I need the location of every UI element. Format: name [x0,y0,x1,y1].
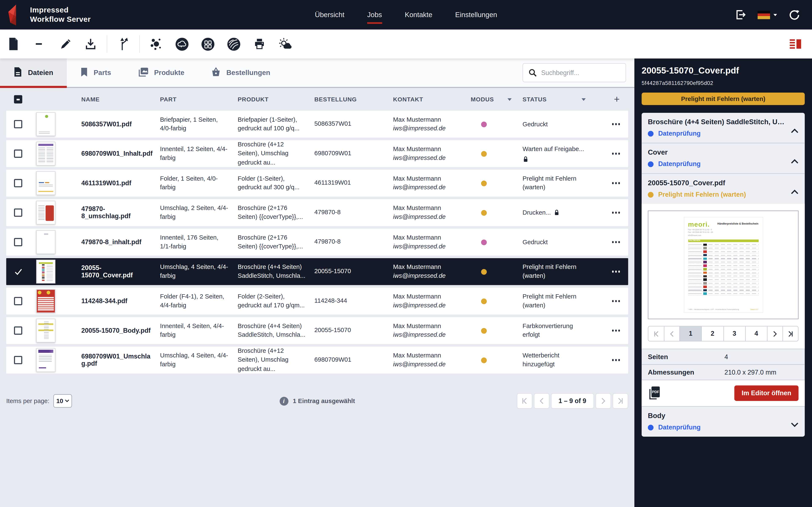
last-page-button[interactable] [613,393,628,408]
row-checkbox[interactable] [14,268,22,276]
split-arrows-icon[interactable] [110,34,136,54]
cell-name: 114248-344.pdf [81,297,160,304]
section-toggle[interactable] [791,157,799,166]
nav-item-kontakte[interactable]: Kontakte [405,8,433,22]
cluster-icon[interactable] [143,34,169,54]
column-header-name[interactable]: NAME [81,96,160,103]
prev-page-button[interactable] [534,393,549,408]
row-checkbox[interactable] [14,326,22,335]
tab-produkte[interactable]: Produkte [124,59,198,87]
row-menu-button[interactable] [612,241,628,243]
accordion-section[interactable]: 20055-15070_Cover.pdf Prelight mit Fehle… [642,173,805,204]
pencil-icon[interactable] [52,34,78,54]
search-input[interactable] [541,69,614,76]
row-menu-button[interactable] [612,212,628,214]
detail-status-button[interactable]: Prelight mit Fehlern (warten) [642,93,805,105]
add-column-button[interactable]: + [614,94,628,105]
nav-item-jobs[interactable]: Jobs [367,8,382,22]
nav-item-einstellungen[interactable]: Einstellungen [455,8,497,22]
sidebar-toggle-icon[interactable] [789,38,803,50]
row-checkbox[interactable] [14,120,22,128]
row-checkbox[interactable] [14,150,22,158]
preview-page-2-button[interactable]: 2 [701,326,723,341]
column-header-kontakt[interactable]: KONTAKT [393,96,471,103]
filter-caret-icon[interactable] [581,98,586,101]
column-header-produkt[interactable]: PRODUKT [238,96,314,103]
column-header-modus[interactable]: MODUS [471,96,522,103]
table-row[interactable]: 20055-15070_Cover.pdf Umschlag, 4 Seiten… [6,258,628,285]
row-menu-button[interactable] [612,359,628,361]
filter-caret-icon[interactable] [507,98,512,101]
section-title: Body [648,412,799,419]
items-per-page-select[interactable]: 10 [53,394,72,408]
table-row[interactable]: 6980709W01_Umschlag.pdf Umschlag, 4 Seit… [6,347,628,374]
tab-bestellungen[interactable]: Bestellungen [198,59,284,87]
cell-name: 4611319W01.pdf [81,180,160,187]
section-status-dot [648,191,654,197]
pdf-file-icon[interactable]: PDF [648,386,661,400]
section-toggle[interactable] [791,420,799,430]
column-header-part[interactable]: PART [160,96,238,103]
table-row[interactable]: 479870-8_inhalt.pdf Innenteil, 176 Seite… [6,229,628,256]
table-row[interactable]: 20055-15070_Body.pdf Innenteil, 4 Seiten… [6,317,628,344]
next-page-button[interactable] [596,393,611,408]
row-menu-button[interactable] [612,182,628,184]
accordion-section[interactable]: Cover Datenprüfung [642,143,805,173]
column-header-bestellung[interactable]: BESTELLUNG [314,96,393,103]
preview-page-3-button[interactable]: 3 [723,326,745,341]
detail-label: Seiten [648,353,724,360]
document-icon[interactable] [0,34,26,54]
row-menu-button[interactable] [612,153,628,155]
pdf-preview-image[interactable]: meori. Händlerpreisliste & Bestellschein… [684,217,763,313]
table-row[interactable]: 479870-8_umschlag.pdf Umschlag, 2 Seiten… [6,199,628,226]
table-row[interactable]: 6980709W01_Inhalt.pdf Innenteil, 12 Seit… [6,140,628,167]
chevron-down-icon[interactable] [791,422,799,427]
open-in-editor-button[interactable]: Im Editor öffnen [734,385,799,401]
weather-icon[interactable] [272,34,298,54]
row-checkbox[interactable] [14,238,22,246]
cell-bestellung: 20055-15070 [314,326,393,335]
tab-parts[interactable]: Parts [67,59,124,87]
cell-name: 6980709W01_Inhalt.pdf [81,150,160,157]
logout-icon[interactable] [734,8,747,21]
row-menu-button[interactable] [612,271,628,273]
grid-circle-icon[interactable] [195,34,220,54]
refresh-icon[interactable] [788,8,801,21]
column-header-status[interactable]: STATUS [522,96,595,103]
printer-icon[interactable] [247,34,272,54]
cell-kontakt: Max Mustermanniws@impressed.de [393,233,471,251]
chevron-up-icon[interactable] [791,159,799,164]
zebra-circle-icon[interactable] [220,34,246,54]
accordion-section[interactable]: Body Datenprüfung [642,406,805,437]
nav-item-übersicht[interactable]: Übersicht [315,8,345,22]
preview-next-page-button[interactable] [767,326,782,341]
section-toggle[interactable] [791,126,799,135]
row-checkbox[interactable] [14,356,22,364]
app-logo[interactable]: Impressed Workflow Server [0,4,166,25]
row-menu-button[interactable] [612,123,628,125]
row-menu-button[interactable] [612,330,628,332]
row-checkbox[interactable] [14,209,22,217]
row-checkbox[interactable] [14,179,22,187]
chevron-up-icon[interactable] [791,128,799,133]
minus-icon[interactable] [26,34,52,54]
preview-page-1-button[interactable]: 1 [679,326,701,341]
chevron-up-icon[interactable] [791,189,799,194]
download-icon[interactable] [78,34,103,54]
row-menu-button[interactable] [612,300,628,302]
first-page-button[interactable] [517,393,532,408]
table-row[interactable]: 4611319W01.pdf Folder, 1 Seiten, 4/0-far… [6,170,628,196]
row-checkbox[interactable] [14,297,22,305]
select-all-checkbox[interactable] [14,95,22,104]
table-row[interactable]: 114248-344.pdf Folder (F4-1), 2 Seiten, … [6,288,628,315]
preview-prev-page-button[interactable] [664,326,679,341]
preview-first-page-button[interactable] [648,326,664,341]
preview-page-4-button[interactable]: 4 [745,326,767,341]
cloud-circle-icon[interactable] [169,34,195,54]
section-toggle[interactable] [791,187,799,197]
tab-dateien[interactable]: Dateien [0,59,67,87]
preview-last-page-button[interactable] [782,326,798,341]
language-selector[interactable] [758,11,778,19]
table-row[interactable]: 5086357W01.pdf Briefpapier, 1 Seiten, 4/… [6,111,628,137]
accordion-section[interactable]: Broschüre (4+4 Seiten) SaddleStitch, Ums… [642,113,805,143]
